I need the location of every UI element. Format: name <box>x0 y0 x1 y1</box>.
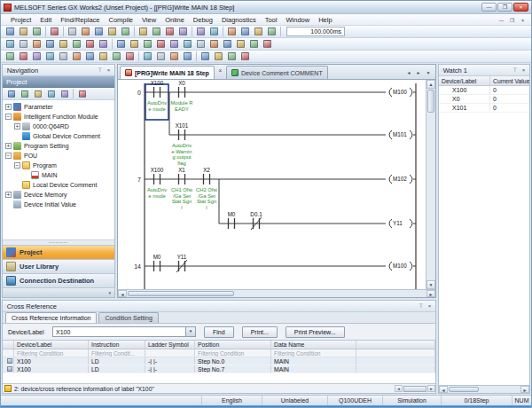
copy-button[interactable] <box>79 26 92 37</box>
pulse-contact-sf7-button[interactable] <box>247 38 261 50</box>
edit-line-button[interactable] <box>57 51 70 62</box>
tree-expander-icon[interactable]: − <box>5 114 12 120</box>
scroll-right-icon[interactable] <box>426 290 435 297</box>
scroll-left-icon[interactable] <box>395 385 403 392</box>
menu-view[interactable]: View <box>137 16 160 24</box>
menu-tool[interactable]: Tool <box>261 16 282 24</box>
docking-window-button[interactable] <box>70 38 83 50</box>
cut-button[interactable] <box>66 26 79 37</box>
scroll-right-icon[interactable] <box>427 385 435 392</box>
note-edit-button[interactable] <box>110 51 123 62</box>
scroll-left-icon[interactable] <box>439 386 448 393</box>
watch-row[interactable]: X1000 <box>439 86 529 95</box>
watch-column-value[interactable]: Current Value <box>490 76 529 85</box>
cross-ref-column-device-label[interactable]: Device/Label <box>14 341 89 349</box>
cross-ref-column-data-name[interactable]: Data Name <box>271 341 356 349</box>
tree-expander-icon[interactable]: + <box>5 192 12 198</box>
scan-time-field[interactable]: 100.000ms <box>286 27 345 36</box>
monitor-write-mode-button[interactable] <box>154 51 168 62</box>
panel-grip[interactable]: ⁞ <box>4 67 5 73</box>
start-monitor-button[interactable] <box>194 26 207 37</box>
watch-column-device[interactable]: Device/Label <box>439 76 490 85</box>
zoom-out-button[interactable] <box>212 51 225 62</box>
print-button[interactable]: Print... <box>242 326 278 338</box>
scroll-up-icon[interactable] <box>426 80 435 89</box>
cross-ref-column-position[interactable]: Position <box>195 341 271 349</box>
verify-with-plc-button[interactable] <box>163 26 176 37</box>
menu-compile[interactable]: Compile <box>104 16 137 24</box>
cross-ref-row[interactable]: X100LD-| |-Step No.0MAIN <box>3 357 435 365</box>
horizontal-scroll-thumb[interactable] <box>128 291 234 296</box>
tree-item-program-setting[interactable]: +Program Setting <box>3 141 114 151</box>
user-filter-button[interactable] <box>75 88 89 99</box>
tree-item-program[interactable]: −Program <box>3 161 114 170</box>
tree-item-device-memory[interactable]: +Device Memory <box>3 190 114 200</box>
stop-monitor-button[interactable] <box>207 26 221 37</box>
help-button[interactable] <box>48 26 61 37</box>
device-test-button[interactable] <box>239 51 252 62</box>
mdi-close-button[interactable]: × <box>518 16 528 24</box>
print-preview-button[interactable]: Print Preview... <box>286 326 345 338</box>
delete-vertical-line-button[interactable] <box>221 38 234 50</box>
paste-button[interactable] <box>92 26 106 37</box>
filter-cell[interactable]: Filtering Condit... <box>89 349 145 357</box>
menu-find-replace[interactable]: Find/Replace <box>56 16 104 24</box>
new-project-button[interactable] <box>4 26 17 37</box>
filter-cell[interactable] <box>145 349 195 357</box>
device-display-button[interactable] <box>123 51 137 62</box>
watch-row[interactable]: X1010 <box>439 104 529 113</box>
cross-ref-tab-condition-setting[interactable]: Condition Setting <box>98 312 158 323</box>
horizontal-scroll-thumb[interactable] <box>449 387 479 392</box>
table-horizontal-scrollbar[interactable] <box>395 385 435 392</box>
tree-item-0000-q64rd[interactable]: +0000:Q64RD <box>3 122 114 131</box>
remote-operation-button[interactable] <box>176 26 190 37</box>
error-jump-button[interactable] <box>252 26 265 37</box>
cross-ref-column-ladder-symbol[interactable]: Ladder Symbol <box>145 341 195 349</box>
property-button[interactable] <box>44 88 58 99</box>
nav-switch-user-library[interactable]: User Library <box>3 259 114 273</box>
set-device-value-button[interactable] <box>239 26 252 37</box>
menu-edit[interactable]: Edit <box>35 16 56 24</box>
redo-button[interactable] <box>119 26 132 37</box>
nav-switch-project[interactable]: Project <box>3 245 114 259</box>
mdi-restore-button[interactable]: ❐ <box>507 16 517 24</box>
insert-row-button[interactable] <box>4 51 17 62</box>
menu-help[interactable]: Help <box>314 16 336 24</box>
delete-line-button[interactable] <box>70 51 83 62</box>
maximize-button[interactable] <box>497 3 512 12</box>
horizontal-scrollbar[interactable] <box>118 289 435 297</box>
comment-edit-button[interactable] <box>83 51 97 62</box>
tab-prg-write-main-18-step[interactable]: [PRG]Write MAIN 18 Step <box>120 66 215 79</box>
cross-ref-filter-row[interactable]: Filtering ConditionFiltering Condit...Fi… <box>3 349 435 357</box>
watch-row[interactable]: X00 <box>439 95 529 104</box>
close-button[interactable] <box>513 3 528 12</box>
navigation-window-button[interactable] <box>4 38 17 50</box>
tab-scroll-left-icon[interactable] <box>404 68 413 77</box>
tree-expander-icon[interactable]: − <box>5 153 12 159</box>
close-branch-sf6-button[interactable] <box>154 38 168 50</box>
navigation-more-button[interactable]: ▾ <box>3 287 114 297</box>
menu-debug[interactable]: Debug <box>189 16 217 24</box>
data-security-button[interactable] <box>31 88 44 99</box>
cross-ref-tab-cross-reference-information[interactable]: Cross Reference Information <box>5 312 97 323</box>
save-project-button[interactable] <box>30 26 43 37</box>
find-device-button[interactable] <box>97 38 110 50</box>
nav-switch-connection-destination[interactable]: Connection Destination <box>3 273 114 287</box>
pulse-close-contact-sf8-button[interactable] <box>261 38 274 50</box>
undo-button[interactable] <box>106 26 119 37</box>
ladder-canvas[interactable]: 0714X100AutoDrive modeX0Module READYX101… <box>118 80 435 289</box>
watch-horizontal-scrollbar[interactable] <box>439 385 529 393</box>
tree-expander-icon[interactable]: + <box>14 123 20 129</box>
tree-expander-icon[interactable]: − <box>14 162 20 169</box>
project-data-list-button[interactable] <box>225 51 239 62</box>
tree-expander-icon[interactable]: + <box>5 104 12 110</box>
tab-close-icon[interactable] <box>216 67 224 75</box>
output-window-button[interactable] <box>30 38 43 50</box>
tree-item-device-initial-value[interactable]: Device Initial Value <box>3 200 114 209</box>
menu-online[interactable]: Online <box>160 16 189 24</box>
ladder-editor-button[interactable] <box>43 38 57 50</box>
panel-grip[interactable]: ⁞ <box>441 67 442 73</box>
statement-edit-button[interactable] <box>97 51 110 62</box>
insert-column-button[interactable] <box>30 51 43 62</box>
tab-device-comment-comment[interactable]: Device Comment COMMENT <box>226 66 328 79</box>
